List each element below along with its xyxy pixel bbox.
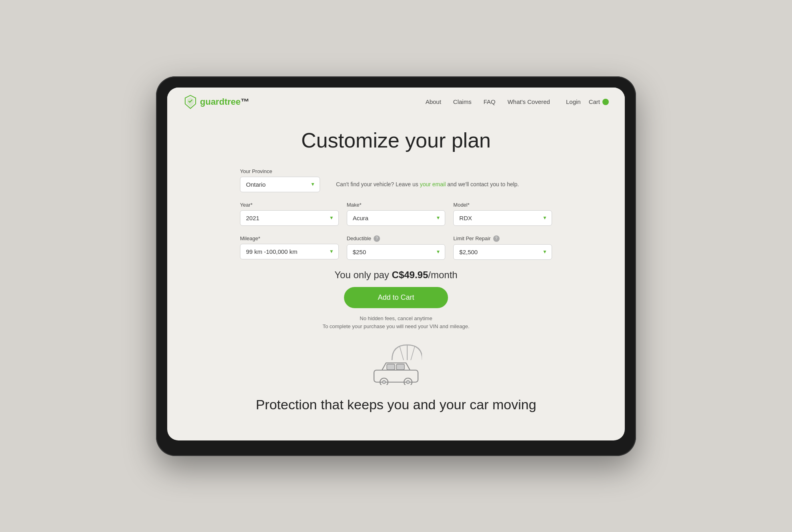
- navigation: guardtree™ About Claims FAQ What's Cover…: [167, 88, 625, 116]
- svg-marker-1: [187, 97, 194, 107]
- nav-links: About Claims FAQ What's Covered: [426, 98, 550, 105]
- email-hint: Can't find your vehicle? Leave us your e…: [336, 168, 552, 189]
- cart-link[interactable]: Cart: [589, 98, 609, 105]
- limit-select[interactable]: $2,500 $5,000 $7,500 $10,000: [453, 244, 552, 260]
- nav-faq[interactable]: FAQ: [484, 98, 496, 105]
- fine-print-1: No hidden fees, cancel anytime: [240, 315, 552, 323]
- deductible-select[interactable]: $250 $500 $750 $1,000: [347, 244, 446, 260]
- province-select[interactable]: Ontario Alberta British Columbia Quebec …: [240, 177, 320, 192]
- deductible-select-wrapper: $250 $500 $750 $1,000 ▼: [347, 244, 446, 260]
- svg-line-3: [400, 346, 404, 360]
- make-select[interactable]: Acura BMW Ford Honda Toyota: [347, 210, 446, 226]
- logo-icon: [183, 95, 198, 109]
- model-field: Model* RDX MDX ILX TLX ▼: [453, 202, 552, 226]
- deductible-field: Deductible ? $250 $500 $750 $1,000 ▼: [347, 235, 446, 260]
- make-field: Make* Acura BMW Ford Honda Toyota ▼: [347, 202, 446, 226]
- fine-print: No hidden fees, cancel anytime To comple…: [240, 315, 552, 331]
- pricing-amount: C$49.95: [392, 269, 428, 280]
- car-svg: [370, 343, 422, 385]
- limit-help-icon[interactable]: ?: [493, 235, 500, 242]
- fine-print-2: To complete your purchase you will need …: [240, 323, 552, 331]
- section-tagline: Protection that keeps you and your car m…: [256, 397, 536, 424]
- make-select-wrapper: Acura BMW Ford Honda Toyota ▼: [347, 210, 446, 226]
- province-row: Your Province Ontario Alberta British Co…: [240, 168, 552, 192]
- model-label: Model*: [453, 202, 552, 208]
- model-select-wrapper: RDX MDX ILX TLX ▼: [453, 210, 552, 226]
- svg-rect-7: [396, 364, 404, 370]
- year-select-wrapper: 2021 2020 2019 2018 2017 ▼: [240, 210, 339, 226]
- main-content: Customize your plan Your Province Ontari…: [167, 116, 625, 441]
- mileage-select[interactable]: 99 km -100,000 km 100,001 km - 120,000 k…: [240, 244, 339, 259]
- cart-badge: [602, 99, 609, 105]
- page-title: Customize your plan: [301, 128, 491, 152]
- model-select[interactable]: RDX MDX ILX TLX: [453, 210, 552, 226]
- pricing-section: You only pay C$49.95/month: [240, 269, 552, 281]
- pricing-text: You only pay C$49.95/month: [240, 269, 552, 281]
- logo[interactable]: guardtree™: [183, 95, 249, 109]
- nav-claims[interactable]: Claims: [453, 98, 472, 105]
- limit-field: Limit Per Repair ? $2,500 $5,000 $7,500 …: [453, 235, 552, 260]
- year-field: Year* 2021 2020 2019 2018 2017 ▼: [240, 202, 339, 226]
- make-label: Make*: [347, 202, 446, 208]
- nav-actions: Login Cart: [566, 98, 609, 105]
- svg-rect-6: [387, 364, 395, 370]
- year-label: Year*: [240, 202, 339, 208]
- mileage-field: Mileage* 99 km -100,000 km 100,001 km - …: [240, 235, 339, 260]
- province-select-wrapper: Ontario Alberta British Columbia Quebec …: [240, 177, 320, 192]
- email-link[interactable]: your email: [420, 181, 446, 187]
- form-container: Your Province Ontario Alberta British Co…: [240, 168, 552, 331]
- car-illustration: [370, 343, 422, 385]
- svg-point-10: [382, 381, 386, 384]
- deductible-help-icon[interactable]: ?: [374, 235, 380, 242]
- limit-select-wrapper: $2,500 $5,000 $7,500 $10,000 ▼: [453, 244, 552, 260]
- add-to-cart-button[interactable]: Add to Cart: [344, 287, 448, 308]
- svg-line-4: [411, 346, 415, 360]
- nav-whats-covered[interactable]: What's Covered: [508, 98, 550, 105]
- vehicle-row: Year* 2021 2020 2019 2018 2017 ▼: [240, 202, 552, 226]
- login-link[interactable]: Login: [566, 98, 581, 105]
- limit-label: Limit Per Repair ?: [453, 235, 552, 242]
- svg-point-11: [406, 381, 410, 384]
- province-label: Your Province: [240, 168, 320, 174]
- year-select[interactable]: 2021 2020 2019 2018 2017: [240, 210, 339, 226]
- province-field: Your Province Ontario Alberta British Co…: [240, 168, 320, 192]
- mileage-label: Mileage*: [240, 235, 339, 241]
- mileage-select-wrapper: 99 km -100,000 km 100,001 km - 120,000 k…: [240, 244, 339, 259]
- logo-text: guardtree™: [200, 97, 249, 107]
- deductible-label: Deductible ?: [347, 235, 446, 242]
- options-row: Mileage* 99 km -100,000 km 100,001 km - …: [240, 235, 552, 260]
- nav-about[interactable]: About: [426, 98, 441, 105]
